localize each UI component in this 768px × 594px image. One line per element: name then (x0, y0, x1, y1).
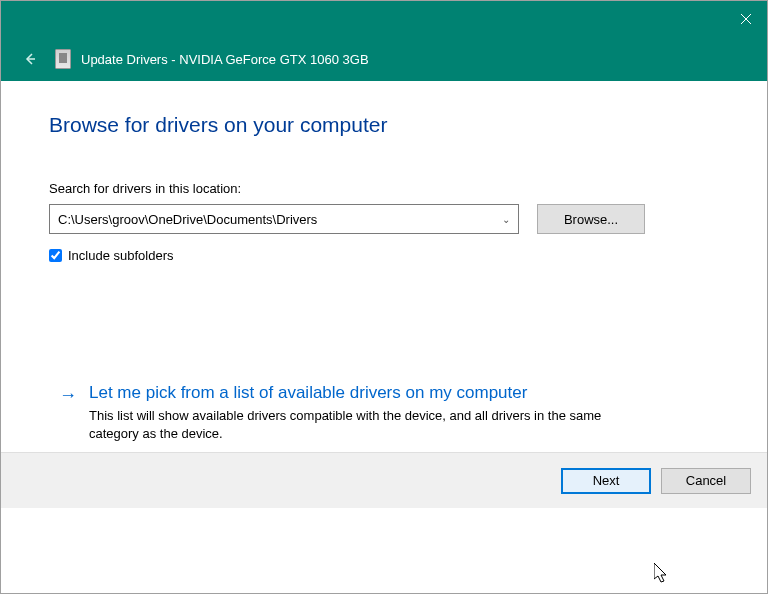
search-location-label: Search for drivers in this location: (49, 181, 721, 196)
close-button[interactable] (723, 1, 768, 37)
content-area: Browse for drivers on your computer Sear… (1, 81, 768, 452)
include-subfolders-label: Include subfolders (68, 248, 174, 263)
device-icon (55, 49, 71, 69)
footer: Next Cancel (1, 452, 768, 508)
titlebar (1, 1, 768, 37)
search-path-value: C:\Users\groov\OneDrive\Documents\Driver… (58, 212, 317, 227)
back-arrow-icon (23, 52, 37, 66)
pick-from-list-title: Let me pick from a list of available dri… (89, 383, 721, 403)
pick-from-list-description: This list will show available drivers co… (89, 407, 649, 442)
include-subfolders-checkbox[interactable]: Include subfolders (49, 248, 721, 263)
chevron-down-icon: ⌄ (502, 214, 510, 225)
wizard-title: Update Drivers - NVIDIA GeForce GTX 1060… (81, 52, 369, 67)
include-subfolders-input[interactable] (49, 249, 62, 262)
pick-from-list-option[interactable]: → Let me pick from a list of available d… (59, 383, 721, 442)
mouse-cursor-icon (654, 563, 670, 585)
arrow-right-icon: → (59, 383, 77, 442)
search-path-combobox[interactable]: C:\Users\groov\OneDrive\Documents\Driver… (49, 204, 519, 234)
browse-button[interactable]: Browse... (537, 204, 645, 234)
cancel-button[interactable]: Cancel (661, 468, 751, 494)
back-button[interactable] (21, 50, 39, 68)
next-button[interactable]: Next (561, 468, 651, 494)
wizard-header: Update Drivers - NVIDIA GeForce GTX 1060… (1, 37, 768, 81)
page-heading: Browse for drivers on your computer (49, 113, 721, 137)
close-icon (740, 13, 752, 25)
